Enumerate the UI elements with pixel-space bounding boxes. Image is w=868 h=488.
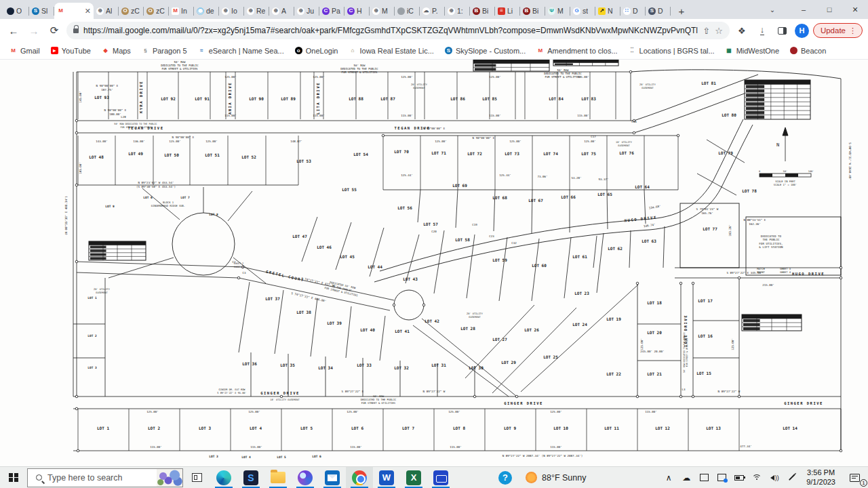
battery-icon[interactable]: [730, 467, 748, 488]
start-button[interactable]: [0, 467, 27, 488]
taskbar-mail[interactable]: [319, 467, 346, 488]
forward-button[interactable]: →: [26, 22, 42, 39]
tab[interactable]: BBi: [470, 3, 495, 19]
close-button[interactable]: ×: [842, 0, 868, 19]
bookmark-star-icon[interactable]: ☆: [715, 26, 723, 36]
tab[interactable]: Gst: [570, 3, 595, 19]
tab-close-icon[interactable]: ✕: [85, 7, 91, 16]
maximize-button[interactable]: □: [816, 0, 842, 19]
display-icon[interactable]: [695, 467, 713, 488]
taskbar-file-explorer[interactable]: [264, 467, 292, 488]
svg-text:LITA DRIVE: LITA DRIVE: [316, 82, 320, 115]
tab[interactable]: ≡Li: [495, 3, 520, 19]
side-panel-icon[interactable]: [774, 22, 791, 39]
folder-icon: [271, 472, 285, 483]
menu-kebab-icon[interactable]: ⋮: [849, 26, 856, 35]
tab[interactable]: ∷D: [620, 3, 646, 19]
favicon: S: [648, 7, 656, 15]
tab[interactable]: ⊕A: [269, 3, 294, 19]
bookmark-item[interactable]: ⌂Iowa Real Estate Lic...: [349, 47, 433, 55]
share-icon[interactable]: ⇧: [703, 26, 710, 36]
taskbar-search-input[interactable]: Type here to search: [27, 468, 183, 487]
profile-avatar[interactable]: H: [795, 24, 809, 38]
taskbar-word[interactable]: W: [373, 467, 400, 488]
taskbar-excel[interactable]: X: [400, 467, 427, 488]
tab[interactable]: ☁P.: [420, 3, 445, 19]
tab[interactable]: SSl: [29, 3, 54, 19]
taskbar-camera-app[interactable]: [427, 467, 454, 488]
tab[interactable]: ⊕Re: [244, 3, 269, 19]
tab[interactable]: SD: [646, 3, 671, 19]
windows-taskbar: Type here to search S W X ? 88°F Sunny ∧…: [0, 466, 868, 488]
bookmark-item[interactable]: §Paragon 5: [142, 47, 187, 55]
tab[interactable]: OzC: [119, 3, 144, 19]
notification-center[interactable]: 1: [841, 467, 868, 488]
bookmarks-bar: MGmail▸YouTube◆Maps§Paragon 5≈eSearch | …: [0, 42, 868, 60]
tab[interactable]: ⊕Io: [219, 3, 244, 19]
svg-text:SHEET 7SHEET 8: SHEET 7SHEET 8: [234, 262, 243, 268]
taskbar-app-s[interactable]: S: [237, 467, 264, 488]
address-bar[interactable]: https://mail.google.com/mail/u/0/?zx=xg2…: [66, 22, 730, 39]
tab-active[interactable]: M✕: [54, 3, 94, 19]
bookmark-item[interactable]: SSkySlope - Custom...: [445, 47, 526, 55]
tab[interactable]: MIn: [169, 3, 194, 19]
tab-title: Ju: [307, 7, 314, 15]
tab[interactable]: ◯de: [194, 3, 219, 19]
new-tab-button[interactable]: +: [673, 3, 690, 19]
back-button[interactable]: ←: [5, 22, 22, 39]
task-view-button[interactable]: [183, 467, 210, 488]
bookmark-item[interactable]: ⁚⁚Locations | BGRS tal...: [629, 47, 715, 55]
svg-text:DEDICATED 50' ROWTO THE PUB: DEDICATED 50' ROWTO THE PUBLICFOR STREET…: [324, 279, 360, 297]
tab[interactable]: CH: [344, 3, 370, 19]
onedrive-cloud-icon[interactable]: ☁: [677, 467, 695, 488]
tab[interactable]: ⊕Ju: [294, 3, 319, 19]
tab[interactable]: ⊕1:: [445, 3, 470, 19]
svg-text:LOT 51: LOT 51: [205, 152, 220, 157]
taskbar-weather[interactable]: 88°F Sunny: [519, 472, 593, 483]
svg-text:LOT 91: LOT 91: [195, 96, 210, 101]
reload-button[interactable]: ⟳: [46, 22, 62, 39]
tab[interactable]: CPa: [319, 3, 344, 19]
chrome-update-button[interactable]: Update ⋮: [813, 23, 863, 38]
tab[interactable]: O: [4, 3, 29, 19]
tab[interactable]: OzC: [144, 3, 169, 19]
bookmark-item[interactable]: Beacon: [790, 47, 826, 55]
taskbar-browser-swirl[interactable]: [292, 467, 319, 488]
bookmark-item[interactable]: oOneLogin: [295, 47, 338, 55]
bookmark-item[interactable]: ≈eSearch | Name Sea...: [198, 47, 284, 55]
svg-text:LOT 86: LOT 86: [450, 96, 465, 101]
tab[interactable]: ΨM: [545, 3, 570, 19]
tab[interactable]: ↗N: [595, 3, 620, 19]
bookmark-item[interactable]: ▦MidWestOne: [726, 47, 779, 55]
bookmark-item[interactable]: MAmendment to clos...: [536, 47, 617, 55]
svg-text:LOT 81: LOT 81: [701, 81, 716, 85]
tab[interactable]: ⊕M: [370, 3, 395, 19]
bookmark-item[interactable]: MGmail: [9, 47, 40, 55]
extensions-icon[interactable]: ❖: [734, 22, 750, 39]
taskbar-chrome[interactable]: [346, 467, 373, 488]
teams-icon[interactable]: [713, 467, 730, 488]
svg-text:LOT 90: LOT 90: [249, 96, 264, 101]
minimize-button[interactable]: –: [791, 0, 816, 19]
url-text[interactable]: https://mail.google.com/mail/u/0/?zx=xg2…: [83, 26, 698, 35]
tab[interactable]: BBi: [520, 3, 545, 19]
taskbar-clock[interactable]: 3:56 PM 9/1/2023: [801, 468, 841, 487]
tab-search-chevron[interactable]: ⌄: [764, 0, 781, 19]
search-daily-image[interactable]: [157, 469, 182, 487]
wifi-icon[interactable]: [748, 467, 766, 488]
bookmark-item[interactable]: ▸YouTube: [51, 47, 91, 55]
svg-text:LOT 62: LOT 62: [608, 246, 623, 251]
favicon: ▦: [726, 47, 733, 54]
tab[interactable]: ⊕Al: [94, 3, 119, 19]
bookmark-item[interactable]: ◆Maps: [102, 47, 131, 55]
svg-text:134.68': 134.68': [649, 205, 661, 210]
taskbar-edge[interactable]: [210, 467, 237, 488]
plat-map: 050'100'LOT 93LOT 92LOT 91LOT 90LOT 89LO…: [0, 60, 868, 466]
pen-icon[interactable]: [783, 467, 801, 488]
downloads-icon[interactable]: ↓: [754, 22, 770, 39]
svg-text:C3: C3: [242, 271, 246, 274]
tray-chevron-icon[interactable]: ∧: [660, 467, 677, 488]
tab[interactable]: iC: [395, 3, 420, 19]
taskbar-help[interactable]: ?: [492, 467, 519, 488]
volume-icon[interactable]: )): [766, 467, 783, 488]
